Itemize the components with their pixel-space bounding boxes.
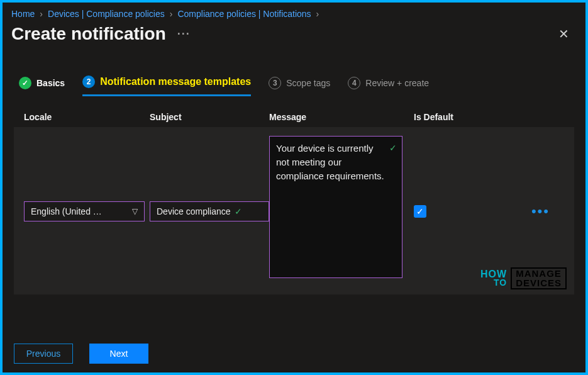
step-scope-tags[interactable]: 3 Scope tags	[269, 77, 330, 96]
table-header: Locale Subject Message Is Default	[14, 107, 574, 127]
table-row: English (United … ▽ Device compliance ✓ …	[14, 127, 574, 294]
chevron-right-icon: ›	[313, 9, 323, 19]
step-number-badge: 3	[269, 77, 281, 89]
message-value: Your device is currently not meeting our…	[276, 143, 384, 181]
watermark-line1: MANAGE	[516, 269, 562, 279]
step-label: Notification message templates	[100, 76, 251, 87]
chevron-right-icon: ›	[36, 9, 47, 19]
step-label: Review + create	[365, 78, 429, 88]
step-label: Basics	[36, 78, 65, 88]
row-more-actions[interactable]: •••	[514, 203, 552, 220]
breadcrumb-item-home[interactable]: Home	[11, 9, 35, 19]
locale-value: English (United …	[31, 206, 102, 216]
message-textarea[interactable]: Your device is currently not meeting our…	[269, 136, 402, 278]
close-icon[interactable]: ✕	[555, 24, 573, 44]
step-basics[interactable]: ✓ Basics	[19, 77, 65, 96]
valid-check-icon: ✓	[389, 142, 397, 154]
col-header-message: Message	[269, 112, 414, 122]
locale-select[interactable]: English (United … ▽	[24, 201, 145, 221]
step-label: Scope tags	[286, 78, 330, 88]
watermark-line2: DEVICES	[516, 278, 562, 288]
watermark-to: TO	[480, 279, 507, 287]
col-header-locale: Locale	[24, 112, 150, 122]
step-review-create[interactable]: 4 Review + create	[348, 77, 429, 96]
next-button[interactable]: Next	[89, 344, 148, 364]
breadcrumb-item-notifications[interactable]: Compliance policies | Notifications	[177, 9, 311, 19]
breadcrumb-item-devices[interactable]: Devices | Compliance policies	[48, 9, 165, 19]
step-notification-templates[interactable]: 2 Notification message templates	[82, 76, 251, 96]
watermark: HOW TO MANAGE DEVICES	[480, 267, 567, 290]
subject-value: Device compliance	[157, 206, 231, 216]
step-number-badge: 2	[82, 76, 95, 88]
valid-check-icon: ✓	[235, 206, 242, 216]
col-header-subject: Subject	[150, 112, 269, 122]
col-header-isdefault: Is Default	[414, 112, 514, 122]
wizard-steps: ✓ Basics 2 Notification message template…	[3, 44, 585, 96]
step-number-badge: 4	[348, 77, 360, 89]
chevron-down-icon: ▽	[132, 207, 138, 216]
chevron-right-icon: ›	[166, 9, 177, 19]
previous-button[interactable]: Previous	[14, 344, 73, 364]
check-icon: ✓	[19, 77, 31, 89]
page-title: Create notification ···	[11, 24, 191, 44]
watermark-how: HOW	[480, 269, 507, 279]
page-title-text: Create notification	[11, 24, 166, 44]
subject-input[interactable]: Device compliance ✓	[150, 201, 269, 221]
more-actions-button[interactable]: ···	[177, 28, 191, 41]
breadcrumb: Home › Devices | Compliance policies › C…	[3, 3, 585, 21]
wizard-footer: Previous Next	[14, 344, 148, 364]
is-default-checkbox[interactable]: ✓	[414, 205, 426, 218]
